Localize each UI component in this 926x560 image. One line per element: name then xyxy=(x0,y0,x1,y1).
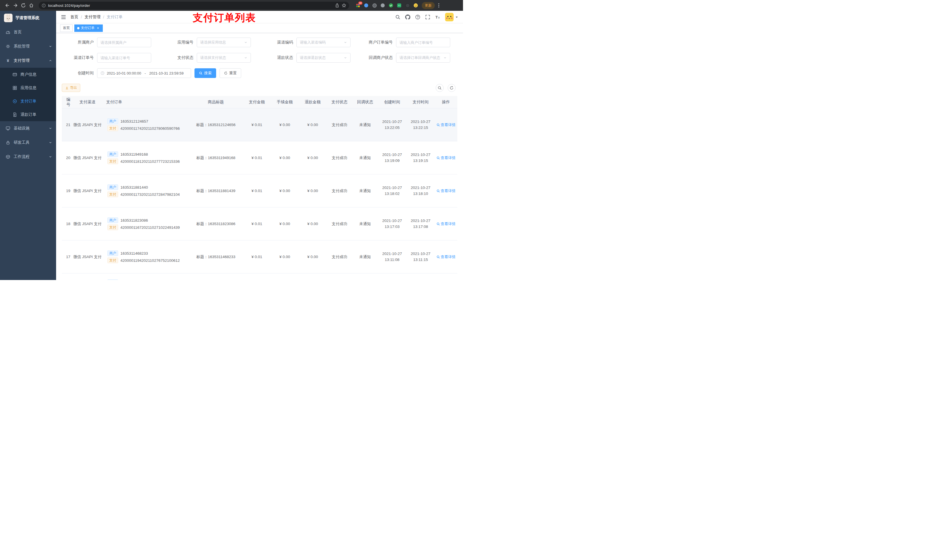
browser-reload-button[interactable] xyxy=(20,2,27,9)
app-title: 芋道管理系统 xyxy=(15,15,39,21)
cell-product-title: 标题：1635311823086 xyxy=(189,221,243,226)
export-button[interactable]: 导出 xyxy=(62,84,80,92)
browser-forward-button[interactable] xyxy=(11,2,20,9)
font-size-icon[interactable]: TT xyxy=(435,15,440,20)
card-icon xyxy=(12,72,17,77)
cell-create-time: 2021-10-2713:22:05 xyxy=(378,119,406,131)
cell-notify-status: 未通知 xyxy=(352,254,378,260)
extension-drop-icon[interactable] xyxy=(364,3,369,8)
select-placeholder: 请选择应用信息 xyxy=(200,40,226,45)
tab-home[interactable]: 首页 xyxy=(60,24,73,32)
view-detail-label: 查看详情 xyxy=(441,189,455,193)
right-toolbar xyxy=(436,84,457,92)
url-text[interactable]: localhost:1024/pay/order xyxy=(48,3,333,8)
puzzle-icon xyxy=(406,3,410,8)
toggle-search-button[interactable] xyxy=(436,84,443,92)
hamburger-icon[interactable] xyxy=(61,14,67,20)
cell-actions: 查看详情 xyxy=(435,221,457,226)
tab-close-icon[interactable]: × xyxy=(96,26,100,30)
cell-notify-status: 未通知 xyxy=(352,189,378,193)
user-menu[interactable] xyxy=(445,13,458,21)
menu-label: 商户信息 xyxy=(21,72,36,77)
sidebar-item-workflow[interactable]: 工作流程 xyxy=(0,150,56,164)
reload-icon xyxy=(21,3,26,8)
reset-button-label: 重置 xyxy=(229,71,237,76)
merchant-tag: 商户 xyxy=(107,184,118,190)
cell-product-title: 标题：1635311949168 xyxy=(189,155,243,160)
sidebar-item-infra[interactable]: 基础设施 xyxy=(0,121,56,136)
chevron-down-icon xyxy=(244,41,247,44)
cell-product-title: 标题：1635311881439 xyxy=(189,189,243,193)
breadcrumb-pay-order: 支付订单 xyxy=(107,15,123,20)
channel-order-no-input[interactable] xyxy=(97,53,151,63)
search-button[interactable]: 搜索 xyxy=(195,68,216,78)
view-detail-link[interactable]: 查看详情 xyxy=(437,189,455,193)
extension-puzzle-icon[interactable] xyxy=(405,3,410,8)
extension-grid-icon[interactable]: 10 xyxy=(356,3,360,8)
merchant-filter-input[interactable] xyxy=(97,38,151,47)
home-icon xyxy=(29,3,34,8)
merchant-order-no: 1635311949168 xyxy=(121,152,148,157)
merchant-order-no-input[interactable] xyxy=(396,38,450,47)
browser-update-button[interactable]: 更新 xyxy=(422,2,435,9)
channel-code-select[interactable]: 请输入渠道编码 xyxy=(297,38,351,47)
breadcrumb-home[interactable]: 首页 xyxy=(70,15,78,20)
site-info-icon[interactable] xyxy=(42,3,46,8)
table-header: 编号 支付渠道 支付订单 商品标题 支付金额 手续金额 退款金额 支付状态 回调… xyxy=(62,96,457,109)
extension-check-icon[interactable] xyxy=(388,3,393,8)
sidebar-item-system[interactable]: 系统管理 xyxy=(0,39,56,53)
view-detail-link[interactable]: 查看详情 xyxy=(437,122,455,127)
notify-status-select[interactable]: 请选择订单回调商户状态 xyxy=(396,53,450,63)
extensions-area: 10 xyxy=(356,3,418,8)
view-detail-link[interactable]: 查看详情 xyxy=(437,221,455,226)
sidebar-menu: 首页 系统管理 ¥ 支付管理 商户信息 xyxy=(0,25,56,164)
cell-pay-channel: 微信 JSAPI 支付 xyxy=(71,254,103,260)
sidebar-item-refund-order[interactable]: 退款订单 xyxy=(0,108,56,121)
refund-status-select[interactable]: 请选择退款状态 xyxy=(297,53,351,63)
share-icon[interactable] xyxy=(335,3,339,8)
merchant-tag: 商户 xyxy=(107,151,118,157)
back-arrow-icon xyxy=(5,3,10,8)
help-icon[interactable] xyxy=(415,15,420,20)
view-detail-link[interactable]: 查看详情 xyxy=(437,254,455,260)
tab-pay-order[interactable]: 支付订单 × xyxy=(74,24,103,32)
extension-chat-icon[interactable] xyxy=(396,3,402,8)
search-icon[interactable] xyxy=(395,15,400,20)
browser-back-button[interactable] xyxy=(3,2,11,9)
address-bar[interactable]: localhost:1024/pay/order xyxy=(39,2,349,9)
payment-submenu: 商户信息 应用信息 支付订单 退款订单 xyxy=(0,68,56,121)
extension-emoji-icon[interactable] xyxy=(413,3,418,8)
extension-gray-icon[interactable] xyxy=(380,3,385,8)
create-time-label: 创建时间 xyxy=(62,71,94,76)
sidebar-item-home[interactable]: 首页 xyxy=(0,25,56,39)
pay-order-no: 4200001174202110278060590766 xyxy=(121,126,180,131)
refresh-table-button[interactable] xyxy=(448,84,455,92)
merchant-order-no: 1635311881440 xyxy=(121,185,148,190)
pay-status-select[interactable]: 请选择支付状态 xyxy=(197,53,251,63)
breadcrumb: 首页 / 支付管理 / 支付订单 xyxy=(70,15,123,20)
extension-dark-icon[interactable] xyxy=(372,3,377,8)
sidebar-item-dev-tools[interactable]: 研发工具 xyxy=(0,136,56,150)
gear-icon xyxy=(6,44,10,49)
app-no-select[interactable]: 请选择应用信息 xyxy=(197,38,251,47)
create-time-range-picker[interactable]: 2021-10-01 00:00:00 - 2021-10-31 23:59:5… xyxy=(97,68,191,78)
cell-pay-time: 2021-10-2713:11:15 xyxy=(406,251,435,263)
sidebar-item-pay-order[interactable]: 支付订单 xyxy=(0,95,56,108)
cell-pay-status: 支付成功 xyxy=(327,189,352,193)
github-icon[interactable] xyxy=(405,15,410,20)
breadcrumb-pay-manage[interactable]: 支付管理 xyxy=(85,15,100,20)
cell-pay-order: 商户 1635311881440 支付 42000011732021102728… xyxy=(103,183,189,199)
sidebar-item-app-info[interactable]: 应用信息 xyxy=(0,81,56,95)
pay-order-line: 支付 4200001181202110277723215336 xyxy=(104,158,188,164)
channel-order-no-label: 渠道订单号 xyxy=(62,55,94,60)
bookmark-star-icon[interactable] xyxy=(342,3,346,8)
browser-menu-button[interactable] xyxy=(435,2,443,9)
sidebar-item-merchant-info[interactable]: 商户信息 xyxy=(0,68,56,81)
reset-button[interactable]: 重置 xyxy=(219,68,241,78)
browser-home-button[interactable] xyxy=(27,2,35,9)
cell-pay-status: 支付成功 xyxy=(327,155,352,160)
merchant-order-line: 商户 1635311823086 xyxy=(104,217,188,223)
view-detail-link[interactable]: 查看详情 xyxy=(437,155,455,160)
fullscreen-icon[interactable] xyxy=(425,15,430,20)
sidebar-item-payment[interactable]: ¥ 支付管理 xyxy=(0,53,56,68)
